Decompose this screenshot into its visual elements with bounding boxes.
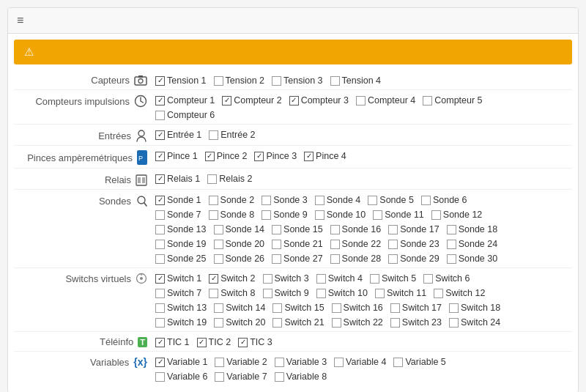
item-capteurs-2[interactable]: Tension 3 <box>270 75 325 86</box>
item-switchs-17[interactable]: Switch 18 <box>447 302 502 314</box>
item-variables-5[interactable]: Variable 6 <box>153 371 209 382</box>
item-switchs-14[interactable]: Switch 15 <box>270 302 326 314</box>
item-sondes-10[interactable]: Sonde 11 <box>371 209 426 221</box>
item-sondes-2[interactable]: Sonde 3 <box>259 194 310 206</box>
item-sondes-27[interactable]: Sonde 28 <box>328 253 384 265</box>
checkbox-variables-5[interactable] <box>155 372 165 382</box>
checkbox-sondes-5[interactable] <box>421 196 431 205</box>
item-sondes-16[interactable]: Sonde 17 <box>386 223 442 235</box>
item-sondes-11[interactable]: Sonde 12 <box>429 209 485 221</box>
item-switchs-19[interactable]: Switch 20 <box>212 317 267 328</box>
item-sondes-28[interactable]: Sonde 29 <box>386 253 442 265</box>
checkbox-sondes-25[interactable] <box>214 254 223 264</box>
item-sondes-26[interactable]: Sonde 27 <box>270 253 325 265</box>
item-variables-2[interactable]: Variable 3 <box>272 356 329 368</box>
item-compteurs-4[interactable]: Compteur 5 <box>420 95 484 106</box>
item-switchs-18[interactable]: Switch 19 <box>153 317 209 328</box>
item-teleinfo-1[interactable]: TIC 2 <box>195 336 234 348</box>
checkbox-switchs-4[interactable] <box>370 274 379 284</box>
item-pinces-1[interactable]: Pince 2 <box>203 150 250 162</box>
checkbox-sondes-13[interactable] <box>214 225 223 234</box>
item-switchs-10[interactable]: Switch 11 <box>373 287 429 299</box>
checkbox-compteurs-4[interactable] <box>423 96 432 106</box>
item-variables-1[interactable]: Variable 2 <box>212 356 269 368</box>
checkbox-sondes-16[interactable] <box>388 225 398 234</box>
checkbox-pinces-0[interactable] <box>155 152 165 161</box>
checkbox-capteurs-2[interactable] <box>272 76 281 86</box>
checkbox-switchs-1[interactable] <box>209 274 218 284</box>
item-compteurs-2[interactable]: Compteur 3 <box>287 95 351 106</box>
checkbox-capteurs-1[interactable] <box>214 76 223 86</box>
checkbox-switchs-7[interactable] <box>209 289 218 298</box>
checkbox-sondes-17[interactable] <box>447 225 456 234</box>
item-variables-0[interactable]: Variable 1 <box>153 356 209 368</box>
checkbox-switchs-2[interactable] <box>263 274 272 284</box>
checkbox-sondes-10[interactable] <box>373 210 382 220</box>
checkbox-sondes-29[interactable] <box>447 254 456 264</box>
item-compteurs-1[interactable]: Compteur 2 <box>220 95 283 106</box>
item-switchs-6[interactable]: Switch 7 <box>153 287 204 299</box>
checkbox-switchs-18[interactable] <box>155 318 165 328</box>
item-sondes-4[interactable]: Sonde 5 <box>366 194 416 206</box>
item-sondes-5[interactable]: Sonde 6 <box>419 194 470 206</box>
item-capteurs-0[interactable]: Tension 1 <box>153 75 209 86</box>
item-pinces-0[interactable]: Pince 1 <box>153 150 200 162</box>
checkbox-sondes-3[interactable] <box>315 196 324 205</box>
checkbox-switchs-10[interactable] <box>375 289 385 298</box>
item-switchs-23[interactable]: Switch 24 <box>447 317 502 328</box>
item-compteurs-0[interactable]: Compteur 1 <box>153 95 217 106</box>
checkbox-sondes-24[interactable] <box>155 254 165 264</box>
item-switchs-13[interactable]: Switch 14 <box>212 302 267 314</box>
item-switchs-15[interactable]: Switch 16 <box>330 302 385 314</box>
checkbox-sondes-12[interactable] <box>155 225 165 234</box>
checkbox-variables-4[interactable] <box>393 358 403 367</box>
checkbox-compteurs-3[interactable] <box>356 96 366 106</box>
item-teleinfo-2[interactable]: TIC 3 <box>236 336 275 348</box>
checkbox-relais-1[interactable] <box>207 174 217 184</box>
item-relais-0[interactable]: Relais 1 <box>153 173 202 185</box>
checkbox-sondes-28[interactable] <box>388 254 398 264</box>
checkbox-switchs-17[interactable] <box>449 303 459 313</box>
item-sondes-21[interactable]: Sonde 22 <box>328 238 384 250</box>
checkbox-teleinfo-2[interactable] <box>238 338 248 347</box>
item-switchs-8[interactable]: Switch 9 <box>261 287 311 299</box>
item-switchs-3[interactable]: Switch 4 <box>314 273 365 284</box>
checkbox-sondes-4[interactable] <box>368 196 377 205</box>
item-sondes-6[interactable]: Sonde 7 <box>153 209 204 221</box>
item-sondes-20[interactable]: Sonde 21 <box>270 238 325 250</box>
item-switchs-5[interactable]: Switch 6 <box>421 273 472 284</box>
checkbox-sondes-14[interactable] <box>272 225 281 234</box>
checkbox-switchs-23[interactable] <box>449 318 459 328</box>
checkbox-sondes-0[interactable] <box>155 196 165 205</box>
item-pinces-3[interactable]: Pince 4 <box>302 150 349 162</box>
checkbox-switchs-0[interactable] <box>155 274 165 284</box>
item-compteurs-5[interactable]: Compteur 6 <box>153 109 217 121</box>
item-entrees-1[interactable]: Entrée 2 <box>207 129 257 141</box>
checkbox-variables-2[interactable] <box>275 358 284 367</box>
checkbox-switchs-8[interactable] <box>263 289 272 298</box>
item-switchs-11[interactable]: Switch 12 <box>431 287 487 299</box>
item-sondes-24[interactable]: Sonde 25 <box>153 253 209 265</box>
item-sondes-9[interactable]: Sonde 10 <box>313 209 368 221</box>
item-switchs-16[interactable]: Switch 17 <box>388 302 444 314</box>
checkbox-pinces-2[interactable] <box>254 152 264 161</box>
checkbox-sondes-8[interactable] <box>262 210 271 220</box>
item-sondes-23[interactable]: Sonde 24 <box>445 238 500 250</box>
item-sondes-13[interactable]: Sonde 14 <box>212 223 267 235</box>
checkbox-sondes-26[interactable] <box>272 254 281 264</box>
item-sondes-8[interactable]: Sonde 9 <box>259 209 310 221</box>
checkbox-entrees-0[interactable] <box>155 130 165 140</box>
checkbox-switchs-11[interactable] <box>434 289 443 298</box>
item-variables-7[interactable]: Variable 8 <box>272 371 329 382</box>
checkbox-switchs-9[interactable] <box>316 289 326 298</box>
checkbox-capteurs-0[interactable] <box>155 76 165 86</box>
item-switchs-12[interactable]: Switch 13 <box>153 302 209 314</box>
checkbox-switchs-22[interactable] <box>390 318 400 328</box>
item-switchs-21[interactable]: Switch 22 <box>330 317 385 328</box>
checkbox-switchs-6[interactable] <box>155 289 165 298</box>
item-switchs-4[interactable]: Switch 5 <box>368 273 418 284</box>
item-sondes-14[interactable]: Sonde 15 <box>270 223 325 235</box>
item-variables-4[interactable]: Variable 5 <box>391 356 448 368</box>
item-variables-6[interactable]: Variable 7 <box>212 371 269 382</box>
checkbox-capteurs-3[interactable] <box>330 76 340 86</box>
